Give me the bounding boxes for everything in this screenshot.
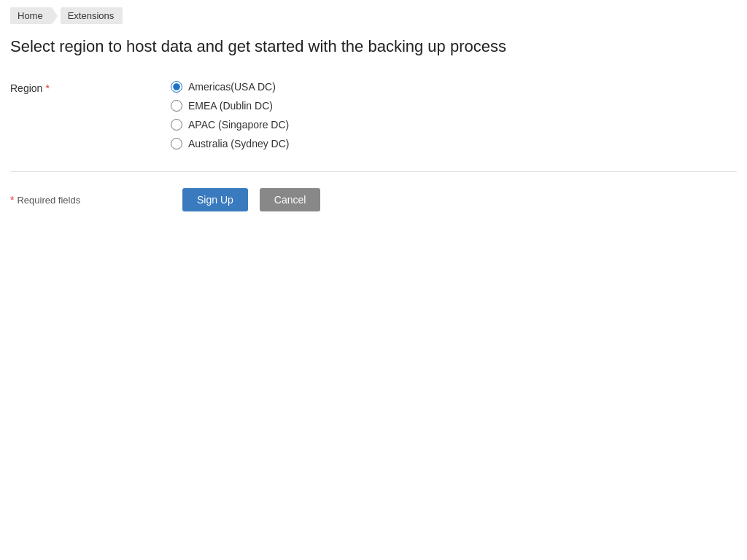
region-required-star: *: [45, 82, 49, 94]
region-row: Region * Americas(USA DC) EMEA (Dublin D…: [10, 75, 737, 155]
radio-apac[interactable]: APAC (Singapore DC): [171, 119, 290, 131]
radio-emea[interactable]: EMEA (Dublin DC): [171, 100, 290, 112]
radio-americas[interactable]: Americas(USA DC): [171, 81, 290, 93]
radio-apac-label: APAC (Singapore DC): [188, 119, 289, 131]
form-section: Region * Americas(USA DC) EMEA (Dublin D…: [0, 68, 747, 163]
radio-australia-label: Australia (Sydney DC): [188, 138, 290, 149]
breadcrumb-home-label: Home: [18, 10, 43, 21]
breadcrumb: Home Extensions: [0, 0, 747, 31]
footer-row: * Required fields Sign Up Cancel: [0, 181, 747, 219]
signup-button[interactable]: Sign Up: [182, 188, 248, 211]
radio-emea-input[interactable]: [171, 100, 182, 112]
required-note: * Required fields: [10, 194, 171, 206]
footer-required-star: *: [10, 194, 14, 206]
radio-americas-input[interactable]: [171, 81, 182, 93]
required-fields-label: Required fields: [17, 195, 80, 206]
region-label-text: Region: [10, 82, 42, 94]
form-divider: [10, 171, 737, 172]
region-label: Region *: [10, 81, 171, 94]
radio-australia[interactable]: Australia (Sydney DC): [171, 138, 290, 149]
breadcrumb-home[interactable]: Home: [10, 7, 52, 24]
breadcrumb-extensions-label: Extensions: [68, 10, 115, 21]
page-title: Select region to host data and get start…: [0, 31, 747, 68]
cancel-button[interactable]: Cancel: [260, 188, 321, 211]
region-radio-group: Americas(USA DC) EMEA (Dublin DC) APAC (…: [171, 81, 290, 149]
radio-emea-label: EMEA (Dublin DC): [188, 100, 273, 112]
breadcrumb-extensions[interactable]: Extensions: [61, 7, 123, 24]
radio-americas-label: Americas(USA DC): [188, 81, 276, 93]
radio-apac-input[interactable]: [171, 119, 182, 131]
radio-australia-input[interactable]: [171, 138, 182, 149]
